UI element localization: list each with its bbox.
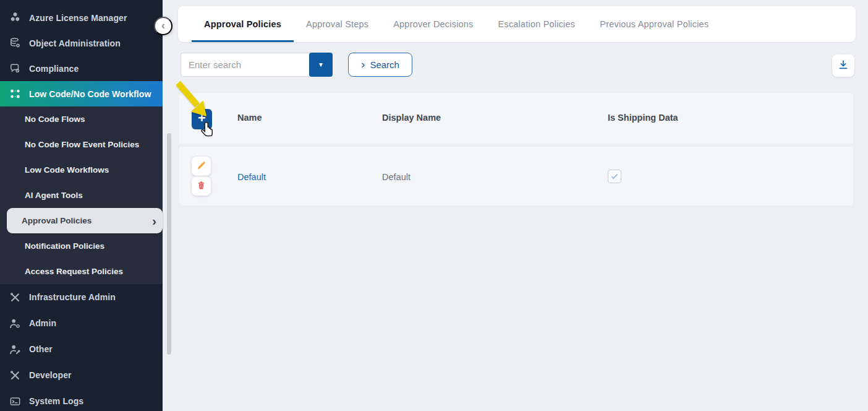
column-header-name: Name xyxy=(237,113,262,123)
sidebar-item-notification-policies[interactable]: Notification Policies xyxy=(0,233,163,259)
sidebar-item-label: Object Administration xyxy=(29,38,121,48)
cubes-icon xyxy=(9,12,21,24)
tab-bar: Approval Policies Approval Steps Approve… xyxy=(178,6,856,42)
sub-item-label: No Code Flow Event Policies xyxy=(25,140,139,149)
row-action-buttons xyxy=(192,157,211,196)
column-header-display-name: Display Name xyxy=(382,113,441,123)
sidebar-item-approval-policies[interactable]: Approval Policies › xyxy=(7,208,163,233)
download-button[interactable] xyxy=(832,54,854,77)
tab-approval-policies[interactable]: Approval Policies xyxy=(192,6,294,42)
sidebar-item-no-code-flow-event-policies[interactable]: No Code Flow Event Policies xyxy=(0,132,163,157)
sidebar-item-label: Compliance xyxy=(29,64,79,74)
tab-label: Approver Decisions xyxy=(393,19,473,29)
sidebar-item-other[interactable]: Other xyxy=(0,336,163,362)
sidebar-item-access-request-policies[interactable]: Access Request Policies xyxy=(0,259,163,284)
sidebar-item-infrastructure-admin[interactable]: Infrastructure Admin xyxy=(0,284,163,310)
tab-previous-approval-policies[interactable]: Previous Approval Policies xyxy=(587,6,721,42)
sidebar-item-ai-agent-tools[interactable]: AI Agent Tools xyxy=(0,183,163,208)
sidebar-item-admin[interactable]: Admin xyxy=(0,310,163,336)
sidebar-scrollbar[interactable] xyxy=(167,133,171,355)
search-dropdown-button[interactable]: ▼ xyxy=(309,53,333,77)
sidebar-item-low-code-workflows[interactable]: Low Code Workflows xyxy=(0,157,163,183)
tab-label: Previous Approval Policies xyxy=(600,19,708,29)
tab-label: Escalation Policies xyxy=(498,19,576,29)
sidebar-item-no-code-flows[interactable]: No Code Flows xyxy=(0,106,163,132)
sidebar-item-label: System Logs xyxy=(29,396,83,406)
tools-icon xyxy=(9,369,21,381)
table-row: Default Default xyxy=(179,147,853,206)
sidebar-collapse-button[interactable]: ‹ xyxy=(154,17,172,35)
add-policy-button[interactable]: + xyxy=(192,109,212,129)
tab-escalation-policies[interactable]: Escalation Policies xyxy=(486,6,588,42)
sidebar-item-low-code-no-code-workflow[interactable]: Low Code/No Code Workflow xyxy=(0,81,163,106)
sidebar-item-developer[interactable]: Developer xyxy=(0,362,163,388)
sidebar-item-label: Other xyxy=(29,344,53,354)
workflow-icon xyxy=(9,88,21,100)
sidebar-submenu: No Code Flows No Code Flow Event Policie… xyxy=(0,106,163,284)
checkbox-check-icon xyxy=(611,172,618,179)
sub-item-label: No Code Flows xyxy=(25,115,85,124)
sidebar-item-object-administration[interactable]: Object Administration xyxy=(0,30,163,56)
sidebar-item-compliance[interactable]: Compliance xyxy=(0,56,163,81)
tools-icon xyxy=(9,291,21,303)
tab-label: Approval Steps xyxy=(306,19,368,29)
sub-item-label: AI Agent Tools xyxy=(25,191,83,200)
tab-approver-decisions[interactable]: Approver Decisions xyxy=(381,6,485,42)
search-button-label: Search xyxy=(370,59,399,70)
sub-item-label: Notification Policies xyxy=(25,241,104,251)
sidebar: Azure License Manager Object Administrat… xyxy=(0,0,163,411)
chat-check-icon xyxy=(9,63,21,75)
database-gear-icon xyxy=(9,37,21,50)
sub-item-label: Low Code Workflows xyxy=(25,165,109,175)
terminal-icon xyxy=(9,395,21,407)
edit-button[interactable] xyxy=(192,157,211,176)
sidebar-item-azure-license-manager[interactable]: Azure License Manager xyxy=(0,5,163,30)
sidebar-item-label: Low Code/No Code Workflow xyxy=(29,89,151,99)
column-header-is-shipping-data: Is Shipping Data xyxy=(608,113,678,123)
user-gear-icon xyxy=(9,317,21,329)
sidebar-item-label: Infrastructure Admin xyxy=(29,292,116,302)
sub-item-label: Approval Policies xyxy=(22,216,91,225)
pencil-icon xyxy=(196,160,206,173)
tab-label: Approval Policies xyxy=(204,19,281,29)
delete-button[interactable] xyxy=(192,176,211,196)
sidebar-item-system-logs[interactable]: System Logs xyxy=(0,388,163,411)
trash-icon xyxy=(196,180,206,193)
sub-item-label: Access Request Policies xyxy=(25,267,123,276)
chevron-down-icon: ▼ xyxy=(318,61,324,68)
download-icon xyxy=(837,59,849,73)
sidebar-item-label: Azure License Manager xyxy=(29,13,127,23)
chevron-right-icon: › xyxy=(361,58,365,71)
search-group: ▼ xyxy=(181,53,333,77)
plus-icon: + xyxy=(198,111,206,125)
sidebar-item-label: Admin xyxy=(29,318,56,328)
is-shipping-data-checkbox[interactable] xyxy=(608,170,621,183)
table-header-row: + Name Display Name Is Shipping Data xyxy=(179,93,853,144)
chevron-left-icon: ‹ xyxy=(161,20,165,31)
search-button[interactable]: › Search xyxy=(348,53,412,77)
row-display-name: Default xyxy=(382,172,411,182)
user-wrench-icon xyxy=(9,343,21,355)
sidebar-item-label: Developer xyxy=(29,370,72,380)
tab-approval-steps[interactable]: Approval Steps xyxy=(294,6,381,42)
app-root: Azure License Manager Object Administrat… xyxy=(0,0,868,411)
chevron-right-icon: › xyxy=(152,215,156,227)
row-name-link[interactable]: Default xyxy=(237,172,266,182)
search-input[interactable] xyxy=(181,53,312,77)
